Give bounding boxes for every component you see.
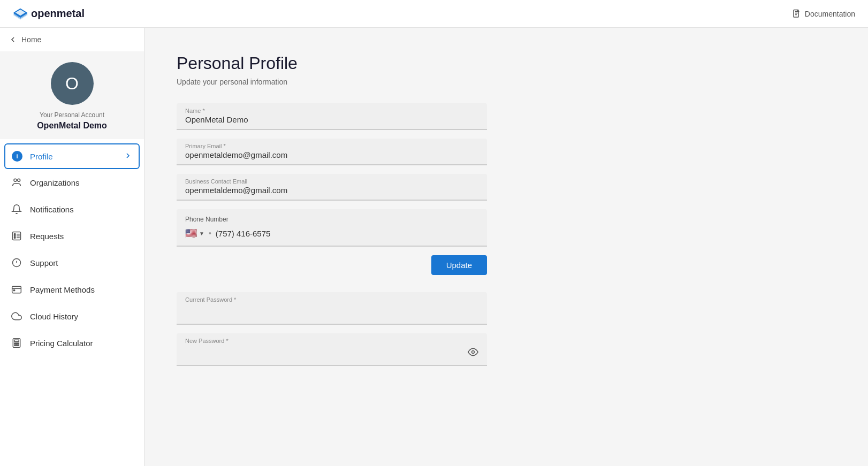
current-password-field: Current Password * [177, 292, 487, 325]
business-email-input[interactable] [185, 186, 478, 195]
new-password-input[interactable] [185, 345, 468, 361]
svg-point-1 [14, 179, 17, 181]
sidebar-item-label-profile: Profile [30, 152, 53, 161]
sidebar-item-support[interactable]: Support [0, 249, 144, 276]
doc-label: Documentation [805, 10, 855, 18]
main-content: Personal Profile Update your personal in… [144, 28, 868, 466]
new-password-field: New Password * [177, 333, 487, 366]
documentation-link[interactable]: Documentation [792, 9, 855, 19]
sidebar-item-notifications[interactable]: Notifications [0, 196, 144, 223]
update-button[interactable]: Update [431, 255, 487, 275]
bell-icon [11, 203, 22, 215]
sidebar-item-pricing-calculator[interactable]: Pricing Calculator [0, 330, 144, 356]
chevron-right-icon [124, 151, 132, 162]
logo-text: openmetal [31, 7, 85, 20]
sidebar-item-label-organizations: Organizations [30, 178, 80, 187]
body: Home O Your Personal Account OpenMetal D… [0, 28, 868, 466]
sidebar-item-organizations[interactable]: Organizations [0, 169, 144, 196]
payment-icon [11, 284, 22, 295]
profile-form: Name * Primary Email * Business Contact … [177, 103, 487, 366]
sidebar: Home O Your Personal Account OpenMetal D… [0, 28, 144, 466]
new-password-label: New Password * [185, 338, 229, 344]
phone-input-row: 🇺🇸 ▼ • [185, 227, 478, 239]
phone-field: Phone Number 🇺🇸 ▼ • [177, 209, 487, 247]
svg-point-2 [18, 179, 20, 181]
sidebar-item-payment-methods[interactable]: Payment Methods [0, 276, 144, 303]
page-title: Personal Profile [177, 54, 836, 73]
page-subtitle: Update your personal information [177, 78, 836, 86]
flag-dropdown-icon: ▼ [199, 231, 204, 236]
primary-email-label: Primary Email * [185, 143, 226, 149]
sidebar-item-profile[interactable]: i Profile [4, 143, 140, 169]
account-name: OpenMetal Demo [37, 121, 107, 131]
cloud-icon [11, 310, 22, 322]
flag-emoji: 🇺🇸 [185, 227, 197, 239]
svg-rect-16 [14, 343, 16, 344]
avatar: O [51, 62, 94, 105]
doc-icon [792, 9, 802, 19]
sidebar-item-label-notifications: Notifications [30, 205, 74, 214]
svg-point-4 [14, 233, 16, 235]
svg-point-22 [472, 350, 475, 353]
business-email-field: Business Contact Email [177, 174, 487, 201]
logo-icon [13, 8, 28, 20]
phone-separator: • [209, 229, 211, 238]
header: openmetal Documentation [0, 0, 868, 28]
business-email-label: Business Contact Email [185, 178, 247, 185]
back-label: Home [21, 35, 41, 44]
name-field: Name * [177, 103, 487, 130]
sidebar-item-cloud-history[interactable]: Cloud History [0, 303, 144, 330]
svg-rect-13 [13, 290, 15, 291]
info-icon: i [12, 151, 22, 162]
eye-icon[interactable] [468, 347, 478, 360]
account-label: Your Personal Account [40, 111, 104, 119]
svg-rect-17 [16, 343, 18, 344]
flag-select[interactable]: 🇺🇸 ▼ [185, 227, 204, 239]
sidebar-item-label-pricing: Pricing Calculator [30, 339, 93, 348]
name-label: Name * [185, 108, 205, 114]
logo[interactable]: openmetal [13, 7, 85, 20]
primary-email-field: Primary Email * [177, 139, 487, 165]
current-password-label: Current Password * [185, 296, 236, 303]
update-row: Update [177, 255, 487, 275]
phone-label: Phone Number [185, 216, 478, 223]
sidebar-item-requests[interactable]: Requests [0, 223, 144, 249]
back-button[interactable]: Home [0, 28, 144, 51]
svg-point-5 [14, 235, 16, 237]
svg-rect-18 [18, 343, 19, 344]
svg-rect-15 [14, 340, 19, 341]
current-password-input[interactable] [185, 304, 478, 319]
chevron-left-icon [9, 35, 17, 44]
primary-email-input[interactable] [185, 150, 478, 159]
organizations-icon [11, 177, 22, 188]
sidebar-item-label-support: Support [30, 258, 58, 268]
svg-rect-19 [14, 345, 16, 346]
svg-rect-20 [16, 345, 18, 346]
requests-icon [11, 230, 22, 242]
support-icon [11, 257, 22, 269]
name-input[interactable] [185, 115, 478, 124]
calculator-icon [11, 337, 22, 349]
svg-point-6 [14, 237, 16, 239]
sidebar-item-label-cloud: Cloud History [30, 312, 78, 321]
sidebar-item-label-payment: Payment Methods [30, 285, 95, 294]
sidebar-nav: i Profile Organizations [0, 139, 144, 466]
sidebar-profile-section: O Your Personal Account OpenMetal Demo [0, 51, 144, 139]
svg-rect-21 [18, 345, 19, 346]
phone-input[interactable] [216, 229, 478, 238]
sidebar-item-label-requests: Requests [30, 232, 64, 241]
